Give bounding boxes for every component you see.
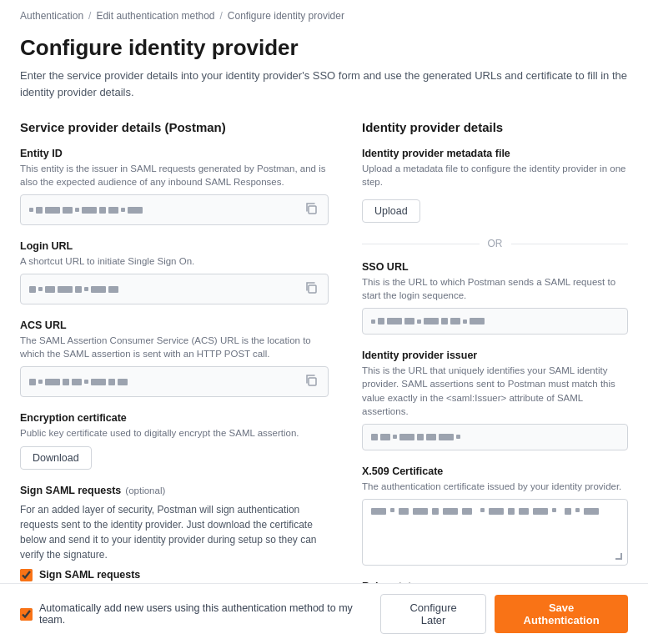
breadcrumb-item-2[interactable]: Edit authentication method bbox=[96, 10, 214, 22]
auto-add-checkbox[interactable] bbox=[20, 608, 33, 621]
breadcrumb-item-1[interactable]: Authentication bbox=[20, 10, 83, 22]
acs-url-label: ACS URL bbox=[20, 319, 329, 331]
acs-url-group: ACS URL The SAML Assertion Consumer Serv… bbox=[20, 319, 329, 397]
breadcrumb-sep-1: / bbox=[88, 10, 91, 22]
right-section-title: Identity provider details bbox=[362, 120, 628, 134]
x509-cert-group: X.509 Certificate The authentication cer… bbox=[362, 465, 628, 566]
entity-id-input bbox=[20, 194, 329, 225]
login-url-group: Login URL A shortcut URL to initiate Sin… bbox=[20, 240, 329, 304]
breadcrumb: Authentication / Edit authentication met… bbox=[0, 0, 648, 28]
acs-url-copy-button[interactable] bbox=[303, 372, 319, 391]
idp-issuer-group: Identity provider issuer This is the URL… bbox=[362, 350, 628, 450]
encryption-cert-download-button[interactable]: Download bbox=[20, 446, 92, 470]
acs-url-value bbox=[29, 379, 296, 385]
auto-add-text: Automatically add new users using this a… bbox=[39, 602, 380, 626]
x509-cert-label: X.509 Certificate bbox=[362, 465, 628, 477]
left-panel: Service provider details (Postman) Entit… bbox=[20, 120, 329, 628]
svg-rect-2 bbox=[309, 378, 316, 385]
svg-rect-0 bbox=[309, 206, 316, 214]
configure-later-button[interactable]: Configure Later bbox=[380, 594, 486, 634]
metadata-file-desc: Upload a metadata file to configure the … bbox=[362, 162, 628, 189]
login-url-value bbox=[29, 286, 296, 293]
x509-cert-textarea[interactable] bbox=[362, 499, 628, 566]
sign-saml-checkbox[interactable] bbox=[20, 569, 33, 581]
sso-url-label: SSO URL bbox=[362, 261, 628, 273]
auto-add-row: Automatically add new users using this a… bbox=[20, 602, 380, 626]
metadata-file-group: Identity provider metadata file Upload a… bbox=[362, 148, 628, 223]
upload-button[interactable]: Upload bbox=[362, 199, 420, 223]
encryption-cert-group: Encryption certificate Public key certif… bbox=[20, 412, 329, 469]
login-url-desc: A shortcut URL to initiate Single Sign O… bbox=[20, 254, 329, 268]
entity-id-label: Entity ID bbox=[20, 148, 329, 159]
right-panel: Identity provider details Identity provi… bbox=[362, 120, 628, 644]
resize-handle[interactable] bbox=[615, 553, 622, 560]
sign-saml-checkbox-label: Sign SAML requests bbox=[39, 569, 140, 581]
sign-saml-optional: (optional) bbox=[125, 486, 165, 496]
svg-rect-1 bbox=[309, 285, 316, 293]
breadcrumb-sep-2: / bbox=[220, 10, 223, 22]
footer-actions: Configure Later Save Authentication bbox=[380, 594, 628, 634]
page-header: Configure identity provider Enter the se… bbox=[0, 28, 648, 110]
login-url-copy-button[interactable] bbox=[303, 279, 319, 299]
login-url-label: Login URL bbox=[20, 240, 329, 252]
x509-cert-desc: The authentication certificate issued by… bbox=[362, 480, 628, 493]
page-title: Configure identity provider bbox=[20, 35, 628, 61]
idp-issuer-desc: This is the URL that uniquely identifies… bbox=[362, 364, 628, 417]
idp-issuer-input[interactable] bbox=[362, 424, 628, 450]
idp-issuer-label: Identity provider issuer bbox=[362, 350, 628, 361]
acs-url-input bbox=[20, 366, 329, 397]
footer: Automatically add new users using this a… bbox=[0, 583, 648, 644]
metadata-file-label: Identity provider metadata file bbox=[362, 148, 628, 159]
sso-url-desc: This is the URL to which Postman sends a… bbox=[362, 275, 628, 302]
copy-icon bbox=[304, 281, 318, 294]
entity-id-desc: This entity is the issuer in SAML reques… bbox=[20, 162, 329, 189]
or-text: OR bbox=[488, 238, 503, 249]
copy-icon bbox=[304, 374, 318, 387]
copy-icon bbox=[304, 202, 318, 215]
sign-saml-desc: For an added layer of security, Postman … bbox=[20, 502, 329, 562]
left-section-title: Service provider details (Postman) bbox=[20, 120, 329, 134]
page-subtitle: Enter the service provider details into … bbox=[20, 68, 628, 100]
sso-url-group: SSO URL This is the URL to which Postman… bbox=[362, 261, 628, 335]
main-content: Service provider details (Postman) Entit… bbox=[0, 110, 648, 644]
sso-url-input[interactable] bbox=[362, 308, 628, 335]
encryption-cert-desc: Public key certificate used to digitally… bbox=[20, 426, 329, 440]
acs-url-desc: The SAML Assertion Consumer Service (ACS… bbox=[20, 334, 329, 360]
entity-id-value bbox=[29, 207, 296, 214]
sign-saml-checkbox-row: Sign SAML requests bbox=[20, 569, 329, 581]
or-divider: OR bbox=[362, 238, 628, 249]
save-authentication-button[interactable]: Save Authentication bbox=[495, 595, 628, 633]
encryption-cert-label: Encryption certificate bbox=[20, 412, 329, 424]
login-url-input bbox=[20, 274, 329, 304]
sign-saml-label: Sign SAML requests bbox=[20, 485, 121, 496]
breadcrumb-item-3: Configure identity provider bbox=[228, 10, 344, 22]
entity-id-group: Entity ID This entity is the issuer in S… bbox=[20, 148, 329, 225]
entity-id-copy-button[interactable] bbox=[303, 200, 319, 219]
